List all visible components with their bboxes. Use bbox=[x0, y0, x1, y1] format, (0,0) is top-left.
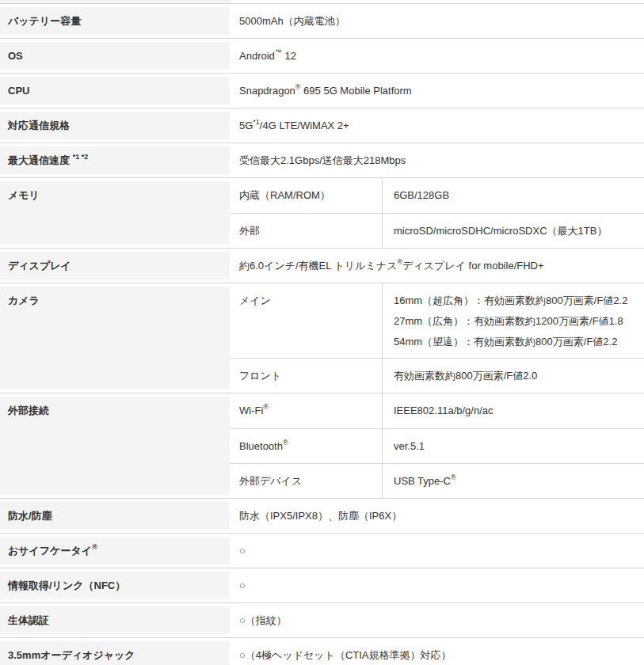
text-segment: ○（4極ヘッドセット（CTIA規格準拠）対応） bbox=[239, 649, 452, 661]
subrows-group: Wi-Fi®IEEE802.11a/b/g/n/acBluetooth®ver.… bbox=[230, 393, 644, 498]
text-segment: IEEE802.11a/b/g/n/ac bbox=[394, 405, 493, 416]
row-label-cell: 防水/防塵 bbox=[0, 499, 230, 533]
spec-subrow: 内蔵（RAM/ROM）6GB/128GB bbox=[230, 178, 644, 213]
row-label: 外部接続 bbox=[0, 397, 230, 495]
value-line: 54mm（望遠）：有効画素数約800万画素/F値2.2 bbox=[394, 335, 636, 348]
value-line: ○（指紋） bbox=[239, 614, 636, 627]
text-segment: カメラ bbox=[8, 294, 40, 306]
text-segment: microSD/microSDHC/microSDXC（最大1TB） bbox=[394, 225, 607, 237]
text-segment: フロント bbox=[239, 370, 281, 382]
row-value: ○（指紋） bbox=[230, 603, 644, 637]
text-segment: 3.5mmオーディオジャック bbox=[8, 649, 135, 661]
text-segment: 外部デバイス bbox=[239, 475, 302, 487]
superscript-mark: ® bbox=[397, 258, 402, 266]
value-line: USB Type-C® bbox=[394, 474, 636, 488]
row-label: 生体認証 bbox=[0, 606, 230, 634]
spec-subrow: フロント有効画素数約800万画素/F値2.0 bbox=[230, 358, 644, 393]
text-segment: ○ bbox=[239, 580, 246, 591]
text-segment: 27mm（広角）：有効画素数約1200万画素/F値1.8 bbox=[394, 315, 623, 327]
spec-row-camera: カメラメイン16mm（超広角）：有効画素数約800万画素/F値2.227mm（広… bbox=[0, 283, 644, 393]
row-label: CPU bbox=[0, 77, 230, 104]
superscript-mark: ® bbox=[451, 473, 456, 481]
spec-subrow: メイン16mm（超広角）：有効画素数約800万画素/F値2.227mm（広角）：… bbox=[230, 283, 644, 358]
subrow-label: 外部 bbox=[230, 214, 382, 248]
spec-subrow: 外部デバイスUSB Type-C® bbox=[230, 463, 644, 498]
spec-row-os: OSAndroid™ 12 bbox=[0, 38, 644, 73]
text-segment: 最大通信速度 bbox=[8, 154, 73, 166]
subrow-value: 有効画素数約800万画素/F値2.0 bbox=[382, 359, 644, 393]
spec-row-display: ディスプレイ約6.0インチ/有機EL トリルミナス®ディスプレイ for mob… bbox=[0, 248, 644, 283]
subrow-value: 6GB/128GB bbox=[382, 178, 644, 213]
text-segment: おサイフケータイ bbox=[8, 545, 92, 557]
text-segment: 内蔵（RAM/ROM） bbox=[239, 189, 330, 201]
row-label-cell: 対応通信規格 bbox=[0, 108, 230, 142]
spec-row-memory: メモリ内蔵（RAM/ROM）6GB/128GB外部microSD/microSD… bbox=[0, 177, 644, 248]
text-segment: 54mm（望遠）：有効画素数約800万画素/F値2.2 bbox=[394, 336, 617, 348]
text-segment: 695 5G Mobile Platform bbox=[300, 85, 411, 97]
row-label-cell: カメラ bbox=[0, 283, 230, 393]
row-label: 防水/防塵 bbox=[0, 502, 230, 530]
value-line: 有効画素数約800万画素/F値2.0 bbox=[394, 369, 636, 382]
subrow-value: USB Type-C® bbox=[382, 464, 644, 498]
row-label-cell: 情報取得/リンク（NFC） bbox=[0, 568, 230, 602]
text-segment: 防水（IPX5/IPX8）、防塵（IP6X） bbox=[239, 510, 402, 522]
row-label: OS bbox=[0, 42, 230, 70]
spec-row-water-dust-resistance: 防水/防塵防水（IPX5/IPX8）、防塵（IP6X） bbox=[0, 498, 644, 533]
spec-table: バッテリー容量5000mAh（内蔵電池）OSAndroid™ 12CPUSnap… bbox=[0, 0, 644, 665]
subrow-label: メイン bbox=[230, 283, 382, 358]
superscript-mark: ® bbox=[283, 439, 288, 446]
text-segment: 防水/防塵 bbox=[8, 510, 52, 522]
superscript-mark: ® bbox=[295, 83, 301, 91]
subrow-label: フロント bbox=[230, 359, 382, 393]
value-line: 約6.0インチ/有機EL トリルミナス®ディスプレイ for mobile/FH… bbox=[239, 259, 636, 272]
text-segment: ディスプレイ for mobile/FHD+ bbox=[402, 260, 543, 272]
subrows-group: 内蔵（RAM/ROM）6GB/128GB外部microSD/microSDHC/… bbox=[230, 178, 644, 248]
value-line: 受信最大2.1Gbps/送信最大218Mbps bbox=[239, 154, 636, 167]
value-line: 27mm（広角）：有効画素数約1200万画素/F値1.8 bbox=[394, 314, 636, 328]
text-segment: 6GB/128GB bbox=[394, 189, 449, 201]
row-label: おサイフケータイ® bbox=[0, 537, 230, 564]
row-label-cell: 生体認証 bbox=[0, 603, 230, 637]
row-value: Snapdragon® 695 5G Mobile Platform bbox=[230, 74, 644, 108]
text-segment: 有効画素数約800万画素/F値2.0 bbox=[394, 370, 537, 382]
text-segment: 12 bbox=[282, 50, 296, 62]
value-line: 16mm（超広角）：有効画素数約800万画素/F値2.2 bbox=[394, 294, 636, 307]
spec-row-network-standards: 対応通信規格5G*1/4G LTE/WiMAX 2+ bbox=[0, 108, 644, 142]
text-segment: CPU bbox=[8, 85, 29, 97]
row-label-cell: 3.5mmオーディオジャック bbox=[0, 638, 230, 665]
text-segment: Wi-Fi bbox=[239, 405, 263, 416]
value-line: 5000mAh（内蔵電池） bbox=[239, 14, 636, 28]
text-segment: メモリ bbox=[8, 189, 40, 201]
text-segment: ディスプレイ bbox=[8, 260, 71, 272]
subrow-value: ver.5.1 bbox=[382, 429, 644, 463]
row-value: Android™ 12 bbox=[230, 39, 644, 73]
row-label-cell: ディスプレイ bbox=[0, 249, 230, 283]
text-segment: OS bbox=[8, 50, 23, 62]
text-segment: 外部 bbox=[239, 225, 260, 237]
row-value: 約6.0インチ/有機EL トリルミナス®ディスプレイ for mobile/FH… bbox=[230, 249, 644, 283]
row-label: ディスプレイ bbox=[0, 252, 230, 279]
subrow-value: IEEE802.11a/b/g/n/ac bbox=[382, 393, 644, 428]
text-segment: ○ bbox=[239, 545, 246, 557]
row-value: 受信最大2.1Gbps/送信最大218Mbps bbox=[230, 143, 644, 177]
spec-subrow: Wi-Fi®IEEE802.11a/b/g/n/ac bbox=[230, 393, 644, 428]
spec-table-rows: バッテリー容量5000mAh（内蔵電池）OSAndroid™ 12CPUSnap… bbox=[0, 3, 644, 665]
row-label-cell: 最大通信速度 *1 *2 bbox=[0, 143, 230, 177]
subrow-value: microSD/microSDHC/microSDXC（最大1TB） bbox=[382, 214, 644, 248]
superscript-mark: ® bbox=[263, 403, 269, 411]
text-segment: 情報取得/リンク（NFC） bbox=[8, 580, 125, 591]
row-label-cell: おサイフケータイ® bbox=[0, 534, 230, 568]
subrow-label: Wi-Fi® bbox=[230, 393, 382, 428]
row-label-cell: CPU bbox=[0, 74, 230, 108]
row-label-cell: 外部接続 bbox=[0, 393, 230, 498]
row-value: 防水（IPX5/IPX8）、防塵（IP6X） bbox=[230, 499, 644, 533]
text-segment: メイン bbox=[239, 294, 271, 306]
value-line: ○（4極ヘッドセット（CTIA規格準拠）対応） bbox=[239, 648, 636, 662]
text-segment: 生体認証 bbox=[8, 614, 49, 626]
value-line: IEEE802.11a/b/g/n/ac bbox=[394, 404, 636, 417]
superscript-mark: ® bbox=[92, 543, 97, 551]
subrows-group: メイン16mm（超広角）：有効画素数約800万画素/F値2.227mm（広角）：… bbox=[230, 283, 644, 393]
text-segment: Snapdragon bbox=[239, 85, 295, 97]
text-segment: 受信最大2.1Gbps/送信最大218Mbps bbox=[239, 154, 406, 166]
row-label-cell: メモリ bbox=[0, 178, 230, 248]
